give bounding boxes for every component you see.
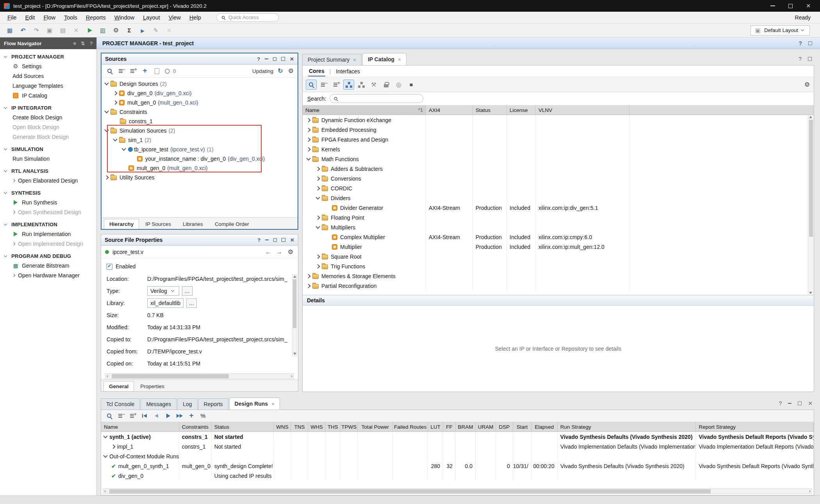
menu-icon[interactable]: ≡ (73, 41, 76, 46)
flownav-item-settings[interactable]: Settings (0, 61, 96, 71)
source-row-mult-gen-0[interactable]: mult_gen_0(mult_gen_0.xci) (102, 163, 298, 173)
chevron-down-icon[interactable] (104, 81, 109, 85)
report-icon[interactable] (123, 25, 135, 36)
flownav-item-generate-block-design[interactable]: Generate Block Design (0, 132, 96, 142)
gear-icon[interactable] (804, 81, 811, 88)
menu-flow[interactable]: Flow (39, 12, 60, 23)
runs-column-total-power[interactable]: Total Power (358, 422, 393, 431)
chevron-right-icon[interactable] (104, 175, 109, 179)
source-row-constrs-1[interactable]: constrs_1 (102, 117, 298, 126)
chevron-down-icon[interactable] (306, 156, 310, 160)
copy-icon[interactable] (44, 25, 55, 36)
quick-access-search[interactable]: Quick Access (216, 13, 279, 22)
sources-tab-hierarchy[interactable]: Hierarchy (104, 219, 139, 229)
chevron-right-icon[interactable] (306, 128, 310, 132)
source-row-sim-1[interactable]: sim_1(2) (102, 135, 298, 145)
step-first-icon[interactable] (139, 411, 150, 421)
flownav-item-language-templates[interactable]: Language Templates (0, 81, 96, 91)
runs-column-report-strategy[interactable]: Report Strategy (696, 422, 814, 431)
close-icon[interactable]: ✕ (290, 56, 294, 62)
source-row-tb-ipcore-test[interactable]: tb_ipcore_test(ipcore_test.v)(1) (102, 145, 298, 154)
runs-column-lut[interactable]: LUT (428, 422, 443, 431)
flownav-item-open-implemented-design[interactable]: Open Implemented Design (0, 239, 96, 248)
search-icon[interactable] (105, 66, 115, 76)
program-device-icon[interactable] (97, 25, 109, 36)
flownav-section-ip-integrator[interactable]: IP INTEGRATOR (0, 103, 96, 112)
edit-icon[interactable] (150, 25, 162, 36)
chevron-right-icon[interactable] (316, 215, 320, 220)
collapse-all-icon[interactable] (116, 66, 127, 76)
subtab-interfaces[interactable]: Interfaces (335, 67, 360, 76)
flownav-item-run-synthesis[interactable]: Run Synthesis (0, 197, 96, 207)
runs-column-start[interactable]: Start (513, 422, 531, 431)
float-icon[interactable] (808, 41, 812, 45)
runs-column-elapsed[interactable]: Elapsed (531, 422, 558, 431)
expand-all-icon[interactable] (331, 80, 342, 90)
wrench-icon[interactable] (368, 80, 379, 90)
help-icon[interactable]: ? (799, 56, 802, 62)
sources-tab-libraries[interactable]: Libraries (177, 219, 209, 229)
runs-column-bram[interactable]: BRAM (456, 422, 476, 431)
flownav-section-synthesis[interactable]: SYNTHESIS (0, 188, 96, 197)
target-icon[interactable] (393, 80, 404, 90)
flownav-item-open-block-design[interactable]: Open Block Design (0, 122, 96, 132)
chevron-right-icon[interactable] (306, 274, 310, 278)
refresh-icon[interactable] (277, 67, 284, 75)
chevron-down-icon[interactable] (104, 128, 109, 132)
chevron-right-icon[interactable] (316, 176, 320, 181)
minimize-icon[interactable] (265, 240, 269, 240)
run-row-impl-1[interactable]: impl_1constrs_1Not startedVivado Impleme… (101, 442, 814, 451)
sources-tab-ip-sources[interactable]: IP Sources (140, 219, 176, 229)
ip-category-memories-storage-elements[interactable]: Memories & Storage Elements (303, 271, 814, 281)
sources-tab-compile-order[interactable]: Compile Order (209, 219, 255, 229)
runs-column-status[interactable]: Status (212, 422, 274, 431)
play-icon[interactable] (163, 411, 173, 421)
delete-icon[interactable] (70, 25, 82, 36)
source-row-your-instance-name-div-gen-0[interactable]: your_instance_name : div_gen_0(div_gen_0… (102, 154, 298, 163)
chevron-right-icon[interactable] (316, 254, 320, 259)
minimize-icon[interactable] (265, 59, 268, 59)
runs-horizontal-scrollbar[interactable]: ‹› (103, 488, 812, 494)
runs-column-whs[interactable]: WHS (308, 422, 325, 431)
ip-column-axi4[interactable]: AXI4 (426, 105, 473, 115)
close-button[interactable]: ✕ (806, 3, 811, 9)
search-icon[interactable] (306, 80, 317, 90)
doc-tab-ip-catalog[interactable]: IP Catalog× (362, 53, 406, 65)
ip-category-multipliers[interactable]: Multipliers (303, 222, 814, 232)
chevron-right-icon[interactable] (113, 100, 117, 105)
lock-icon[interactable] (381, 80, 392, 90)
ip-category-embedded-processing[interactable]: Embedded Processing (303, 125, 814, 135)
chevron-down-icon[interactable] (103, 434, 107, 438)
runs-column-uram[interactable]: URAM (476, 422, 496, 431)
run-icon[interactable] (84, 25, 95, 36)
flownav-section-project-manager[interactable]: PROJECT MANAGER (0, 52, 96, 61)
file-icon[interactable] (152, 66, 162, 76)
flownav-item-add-sources[interactable]: Add Sources (0, 71, 96, 81)
expand-all-icon[interactable] (128, 411, 138, 421)
add-icon[interactable] (186, 411, 196, 421)
ip-row-divider-generator[interactable]: Divider GeneratorAXI4-StreamProductionIn… (303, 203, 814, 213)
ip-category-conversions[interactable]: Conversions (303, 174, 814, 183)
ip-row-complex-multiplier[interactable]: Complex MultiplierAXI4-StreamProductionI… (303, 232, 814, 242)
bottom-tab-design-runs[interactable]: Design Runs× (229, 398, 280, 410)
ip-column-license[interactable]: License (507, 105, 536, 115)
menu-tools[interactable]: Tools (60, 12, 82, 23)
help-icon[interactable]: ? (779, 400, 782, 406)
bottom-tab-tcl-console[interactable]: Tcl Console (101, 398, 140, 410)
chevron-right-icon[interactable] (316, 186, 320, 190)
chevron-right-icon[interactable] (306, 118, 310, 122)
collapse-all-icon[interactable] (116, 411, 126, 421)
ip-category-cordic[interactable]: CORDIC (303, 183, 814, 193)
menu-help[interactable]: Help (185, 12, 205, 23)
help-icon[interactable]: ? (257, 237, 260, 243)
float-icon[interactable] (798, 401, 802, 405)
ip-search-input[interactable] (330, 94, 423, 103)
source-row-div-gen-0[interactable]: div_gen_0(div_gen_0.xci) (102, 89, 298, 98)
ip-category-adders-subtracters[interactable]: Adders & Subtracters (303, 164, 814, 174)
help-icon[interactable]: ? (90, 41, 93, 46)
add-icon[interactable] (140, 66, 150, 76)
bottom-tab-reports[interactable]: Reports (198, 398, 228, 410)
runs-column-ff[interactable]: FF (443, 422, 456, 431)
menu-layout[interactable]: Layout (139, 12, 164, 23)
collapse-all-icon[interactable] (318, 80, 329, 90)
